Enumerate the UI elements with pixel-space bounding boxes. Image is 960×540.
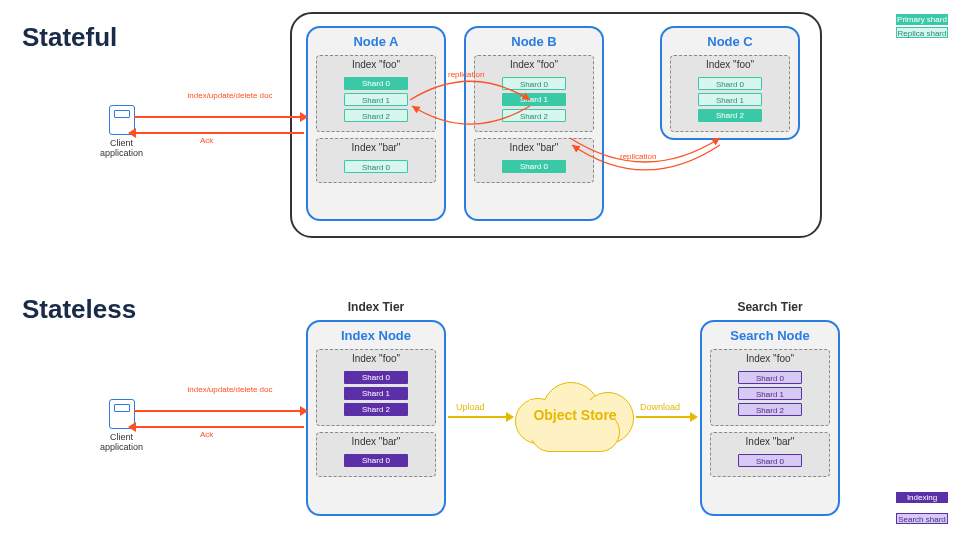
index-node: Index Node Index "foo" Shard 0 Shard 1 S…	[306, 320, 446, 516]
shard: Shard 2	[738, 403, 802, 416]
index-node-foo-title: Index "foo"	[321, 353, 431, 368]
search-node-foo-title: Index "foo"	[715, 353, 825, 368]
node-c-title: Node C	[662, 28, 798, 52]
index-node-title: Index Node	[308, 322, 444, 346]
node-b-index-foo: Index "foo" Shard 0 Shard 1 Shard 2	[474, 55, 594, 132]
client-label: Client application	[100, 432, 143, 452]
shard: Shard 0	[698, 77, 762, 90]
legend-primary-swatch: Primary shard	[896, 14, 948, 25]
node-c: Node C Index "foo" Shard 0 Shard 1 Shard…	[660, 26, 800, 140]
shard: Shard 0	[502, 160, 566, 173]
node-c-index-foo: Index "foo" Shard 0 Shard 1 Shard 2	[670, 55, 790, 132]
label-upload: Upload	[456, 402, 485, 412]
legend-stateless: Indexing shard Search shard	[896, 492, 948, 526]
shard: Shard 0	[344, 77, 408, 90]
node-a: Node A Index "foo" Shard 0 Shard 1 Shard…	[306, 26, 446, 221]
label-ack-2: Ack	[200, 430, 213, 439]
shard: Shard 2	[344, 403, 408, 416]
shard: Shard 0	[344, 371, 408, 384]
object-store: Object Store	[510, 376, 640, 456]
arrow-ack	[134, 132, 304, 134]
shard: Shard 0	[502, 77, 566, 90]
tier-search-label: Search Tier	[700, 300, 840, 314]
shard: Shard 0	[344, 160, 408, 173]
label-request-2: index/update/delete doc	[175, 386, 285, 395]
node-a-bar-title: Index "bar"	[321, 142, 431, 157]
index-node-foo: Index "foo" Shard 0 Shard 1 Shard 2	[316, 349, 436, 426]
stateful-title: Stateful	[22, 22, 117, 53]
arrow-ack-2	[134, 426, 304, 428]
shard: Shard 1	[502, 93, 566, 106]
stateless-title: Stateless	[22, 294, 136, 325]
tier-index-label: Index Tier	[306, 300, 446, 314]
arrow-request-head	[300, 112, 308, 122]
shard: Shard 1	[698, 93, 762, 106]
legend-stateful: Primary shard Replica shard	[896, 14, 948, 40]
label-request: index/update/delete doc	[175, 92, 285, 101]
shard: Shard 2	[344, 109, 408, 122]
shard: Shard 2	[502, 109, 566, 122]
node-b-foo-title: Index "foo"	[479, 59, 589, 74]
node-b-title: Node B	[466, 28, 602, 52]
search-node: Search Node Index "foo" Shard 0 Shard 1 …	[700, 320, 840, 516]
legend-search-swatch: Search shard	[896, 513, 948, 524]
client-label: Client application	[100, 138, 143, 158]
arrow-download-head	[690, 412, 698, 422]
label-ack: Ack	[200, 136, 213, 145]
index-node-bar: Index "bar" Shard 0	[316, 432, 436, 477]
arrow-request-2	[134, 410, 304, 412]
arrow-download	[636, 416, 694, 418]
shard: Shard 1	[344, 387, 408, 400]
node-a-foo-title: Index "foo"	[321, 59, 431, 74]
arrow-ack-head	[128, 128, 136, 138]
node-b-bar-title: Index "bar"	[479, 142, 589, 157]
index-node-bar-title: Index "bar"	[321, 436, 431, 451]
arrow-upload-head	[506, 412, 514, 422]
search-node-bar: Index "bar" Shard 0	[710, 432, 830, 477]
legend-indexing-swatch: Indexing shard	[896, 492, 948, 503]
object-store-label: Object Store	[510, 376, 640, 456]
arrow-request	[134, 116, 304, 118]
shard: Shard 0	[738, 371, 802, 384]
node-a-index-foo: Index "foo" Shard 0 Shard 1 Shard 2	[316, 55, 436, 132]
search-node-foo: Index "foo" Shard 0 Shard 1 Shard 2	[710, 349, 830, 426]
node-a-index-bar: Index "bar" Shard 0	[316, 138, 436, 183]
label-replication-2: replication	[620, 152, 656, 161]
node-b-index-bar: Index "bar" Shard 0	[474, 138, 594, 183]
node-c-foo-title: Index "foo"	[675, 59, 785, 74]
arrow-request-2-head	[300, 406, 308, 416]
arrow-upload	[448, 416, 510, 418]
node-a-title: Node A	[308, 28, 444, 52]
label-replication-1: replication	[448, 70, 484, 79]
shard: Shard 0	[344, 454, 408, 467]
shard: Shard 0	[738, 454, 802, 467]
shard: Shard 2	[698, 109, 762, 122]
shard: Shard 1	[738, 387, 802, 400]
label-download: Download	[640, 402, 680, 412]
shard: Shard 1	[344, 93, 408, 106]
node-b: Node B Index "foo" Shard 0 Shard 1 Shard…	[464, 26, 604, 221]
search-node-bar-title: Index "bar"	[715, 436, 825, 451]
legend-replica-swatch: Replica shard	[896, 27, 948, 38]
search-node-title: Search Node	[702, 322, 838, 346]
arrow-ack-2-head	[128, 422, 136, 432]
